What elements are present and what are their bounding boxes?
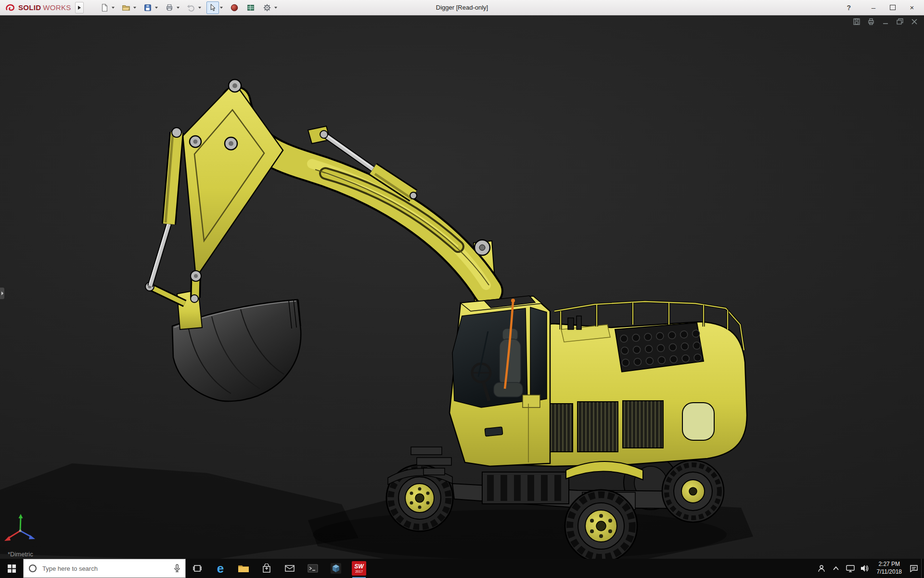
speaker-icon <box>860 565 869 572</box>
feature-panel-flyout-tab[interactable] <box>0 288 4 299</box>
edge-icon: e <box>217 562 224 575</box>
chevron-up-icon <box>833 566 839 570</box>
network-button[interactable] <box>843 559 858 578</box>
solidworks-2017-icon: SW 2017 <box>352 561 366 576</box>
design-table-button[interactable] <box>244 1 257 14</box>
taskbar-clock[interactable]: 2:27 PM 7/11/2018 <box>872 559 907 578</box>
options-gear-button[interactable] <box>261 1 273 14</box>
open-dropdown[interactable] <box>132 1 138 14</box>
window-minimize-icon <box>882 18 889 25</box>
cab <box>449 296 550 466</box>
model-viewer-button[interactable] <box>324 559 347 578</box>
show-desktop-button[interactable] <box>921 559 924 578</box>
boom-arm <box>236 101 497 304</box>
hidden-icons-button[interactable] <box>829 559 843 578</box>
open-folder-icon <box>122 3 130 12</box>
cortana-icon <box>28 564 37 573</box>
excavator-model[interactable] <box>0 15 924 559</box>
open-button[interactable] <box>120 1 132 14</box>
start-button[interactable] <box>0 559 23 578</box>
windows-start-icon <box>8 565 16 573</box>
rear-right-wheel <box>662 460 724 522</box>
window-restore-icon <box>896 18 904 25</box>
taskbar: e <box>0 559 924 578</box>
save-floppy-icon <box>143 3 152 12</box>
window-controls: ? – × <box>844 1 921 14</box>
document-window-controls <box>852 18 918 25</box>
window-minimize-button[interactable] <box>881 18 889 25</box>
appearance-sphere-icon <box>230 3 239 12</box>
edge-browser-button[interactable]: e <box>209 559 232 578</box>
front-right-wheel <box>565 490 637 559</box>
select-button[interactable] <box>206 1 219 14</box>
cube-icon <box>331 563 341 574</box>
network-icon <box>846 565 855 572</box>
options-dropdown[interactable] <box>273 1 279 14</box>
new-document-button[interactable] <box>98 1 111 14</box>
maximize-icon <box>890 5 896 10</box>
screen: SOLIDWORKS <box>0 0 924 578</box>
window-print-button[interactable] <box>867 18 875 25</box>
store-button[interactable] <box>255 559 278 578</box>
undo-icon <box>187 3 195 12</box>
options-gear-icon <box>263 3 271 12</box>
mail-icon <box>285 565 295 572</box>
new-document-icon <box>100 3 109 12</box>
brand-text-light: WORKS <box>43 3 71 12</box>
brand-text-bold: SOLID <box>18 3 41 12</box>
design-table-icon <box>246 3 255 12</box>
window-save-button[interactable] <box>852 18 860 25</box>
print-icon <box>165 3 174 12</box>
menu-flyout-button[interactable] <box>75 2 84 13</box>
print-button[interactable] <box>163 1 176 14</box>
minimize-button[interactable]: – <box>867 1 880 14</box>
console-icon <box>308 564 318 573</box>
ds-swirl-icon <box>5 3 16 13</box>
file-explorer-icon <box>238 564 249 573</box>
main-toolbar <box>98 1 282 14</box>
clock-time: 2:27 PM <box>878 561 900 568</box>
save-button[interactable] <box>141 1 154 14</box>
people-icon <box>817 565 826 572</box>
taskbar-search-box[interactable] <box>23 559 186 578</box>
titlebar: SOLIDWORKS <box>0 0 924 15</box>
window-restore-button[interactable] <box>896 18 904 25</box>
viewport-3d[interactable]: *Dimetric <box>0 15 924 559</box>
search-input[interactable] <box>41 565 169 573</box>
task-view-icon <box>192 564 202 573</box>
console-button[interactable] <box>301 559 324 578</box>
close-button[interactable]: × <box>906 1 918 14</box>
microphone-icon <box>174 564 180 573</box>
save-dropdown[interactable] <box>154 1 159 14</box>
window-save-icon <box>853 18 860 25</box>
solidworks-app-button[interactable]: SW 2017 <box>347 559 371 578</box>
window-print-icon <box>867 18 875 25</box>
select-arrow-icon <box>208 3 217 12</box>
document-title: Digger [Read-only] <box>436 0 488 15</box>
view-orientation-label: *Dimetric <box>8 551 33 558</box>
people-button[interactable] <box>814 559 829 578</box>
select-dropdown[interactable] <box>219 1 224 14</box>
appearance-sphere-button[interactable] <box>228 1 241 14</box>
maximize-button[interactable] <box>886 1 899 14</box>
task-view-button[interactable] <box>186 559 209 578</box>
system-tray: 2:27 PM 7/11/2018 <box>814 559 924 578</box>
new-document-dropdown[interactable] <box>111 1 116 14</box>
clock-date: 7/11/2018 <box>877 568 902 576</box>
dipper-cylinder <box>149 128 181 286</box>
print-dropdown[interactable] <box>176 1 181 14</box>
window-close-icon <box>911 18 918 25</box>
volume-button[interactable] <box>858 559 872 578</box>
store-icon <box>262 564 271 573</box>
solidworks-logo: SOLIDWORKS <box>3 3 73 13</box>
help-button[interactable]: ? <box>844 4 854 12</box>
undo-dropdown[interactable] <box>197 1 203 14</box>
action-center-icon <box>910 565 918 572</box>
dipper-plate <box>183 79 283 278</box>
undo-button[interactable] <box>185 1 197 14</box>
action-center-button[interactable] <box>907 559 921 578</box>
mail-button[interactable] <box>278 559 301 578</box>
file-explorer-button[interactable] <box>232 559 255 578</box>
window-close-button[interactable] <box>910 18 918 25</box>
